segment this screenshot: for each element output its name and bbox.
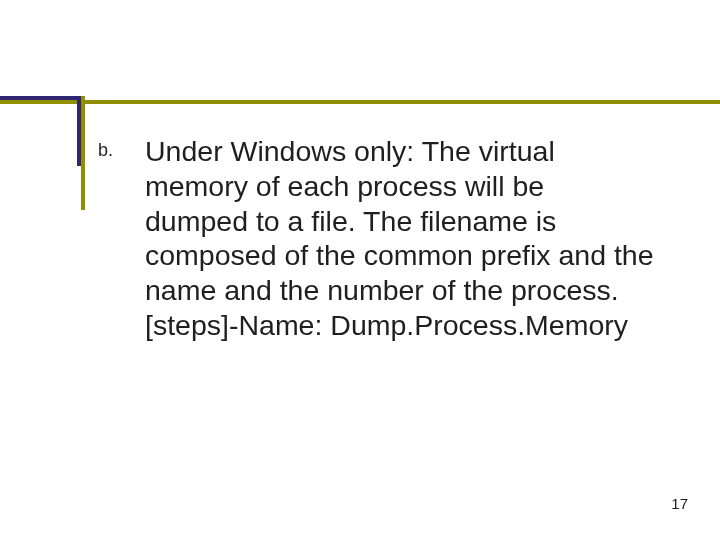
bar-olive-vertical xyxy=(81,96,85,210)
slide: b. Under Windows only: The virtual memor… xyxy=(0,0,720,540)
page-number: 17 xyxy=(671,495,688,512)
list-marker: b. xyxy=(98,140,113,161)
body-text: Under Windows only: The virtual memory o… xyxy=(145,134,655,343)
body-paragraph-1: Under Windows only: The virtual memory o… xyxy=(145,135,654,306)
decorative-bars xyxy=(0,96,720,104)
body-paragraph-2: [steps]-Name: Dump.Process.Memory xyxy=(145,309,628,341)
bar-olive-horizontal xyxy=(0,100,720,104)
